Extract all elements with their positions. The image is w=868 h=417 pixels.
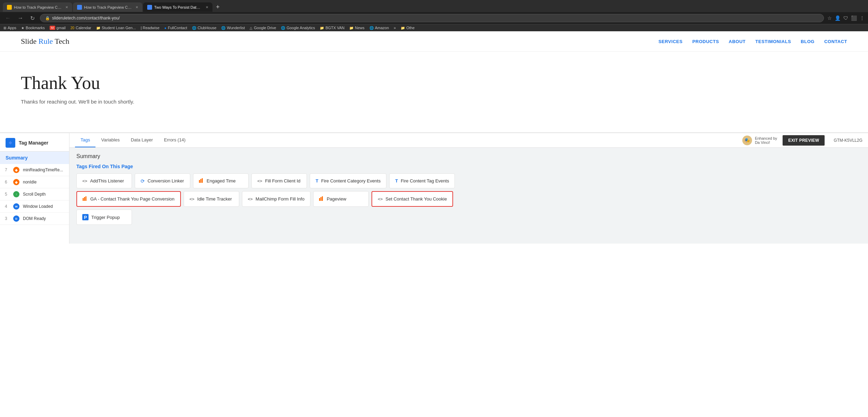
bookmark-apps-label: Apps bbox=[8, 26, 16, 30]
tab-1-close[interactable]: × bbox=[65, 5, 68, 10]
sidebar-event-7[interactable]: 7 ◆ minReadingTimeRe... bbox=[0, 164, 69, 176]
tag-ga-contact[interactable]: GA - Contact Thank You Page Conversion bbox=[76, 191, 181, 207]
bookmark-apps[interactable]: ⊞ Apps bbox=[3, 26, 16, 30]
bookmark-google-analytics[interactable]: 🌐 Google Analytics bbox=[281, 26, 315, 30]
tab-1[interactable]: How to Track Pageview Conve... × bbox=[3, 2, 72, 12]
bookmark-amazon-label: Amazon bbox=[375, 26, 389, 30]
event-5-num: 5 bbox=[5, 192, 10, 197]
browser-chrome: How to Track Pageview Conve... × How to … bbox=[0, 0, 868, 31]
svg-rect-4 bbox=[202, 178, 203, 183]
nav-about[interactable]: ABOUT bbox=[729, 39, 746, 44]
nav-contact[interactable]: CONTACT bbox=[824, 39, 847, 44]
bookmark-google-drive[interactable]: △ Google Drive bbox=[250, 26, 276, 30]
news-icon: 📁 bbox=[349, 26, 353, 30]
tab-bar: How to Track Pageview Conve... × How to … bbox=[0, 0, 868, 12]
url-bar[interactable]: 🔒 slideruletech.com/contact/thank-you/ bbox=[40, 14, 824, 22]
tag-fill-form[interactable]: <> Fill Form Client Id bbox=[251, 173, 307, 188]
tab-3-title: Two Ways To Persist Data Via C... bbox=[154, 5, 202, 9]
tag-set-contact-cookie[interactable]: <> Set Contact Thank You Cookie bbox=[372, 191, 453, 207]
star-bookmark-icon: ★ bbox=[21, 26, 24, 30]
tab-tags[interactable]: Tags bbox=[75, 133, 95, 147]
fill-form-name: Fill Form Client Id bbox=[265, 178, 300, 183]
bookmark-clubhouse-label: ClubHouse bbox=[198, 26, 216, 30]
menu-icon[interactable]: ⋮ bbox=[860, 15, 865, 21]
tab-variables[interactable]: Variables bbox=[95, 133, 125, 147]
bookmarks-bar: ⊞ Apps ★ Bookmarks M gmail 20 Calendar 📁… bbox=[0, 24, 868, 31]
bookmark-other[interactable]: 📁 Othe bbox=[401, 26, 415, 30]
star-icon[interactable]: ☆ bbox=[827, 15, 832, 21]
bookmark-bookmarks-label: Bookmarks bbox=[26, 26, 45, 30]
bookmark-student-loan[interactable]: 📁 Student Loan Gen... bbox=[96, 26, 136, 30]
nav-blog[interactable]: BLOG bbox=[801, 39, 815, 44]
nav-services[interactable]: SERVICES bbox=[658, 39, 683, 44]
address-bar: ← → ↻ 🔒 slideruletech.com/contact/thank-… bbox=[0, 12, 868, 24]
reload-button[interactable]: ↻ bbox=[28, 14, 36, 22]
tab-3-close[interactable]: × bbox=[206, 5, 208, 10]
tab-data-layer[interactable]: Data Layer bbox=[125, 133, 159, 147]
bookmark-fullcontact-label: FullContact bbox=[168, 26, 187, 30]
exit-preview-button[interactable]: EXIT PREVIEW bbox=[783, 135, 825, 146]
calendar-icon: 20 bbox=[70, 26, 74, 30]
tag-conversion-linker[interactable]: ⟳ Conversion Linker bbox=[135, 173, 190, 188]
bookmark-more[interactable]: » bbox=[394, 26, 396, 30]
gtm-id: GTM-K5VLL2G bbox=[834, 138, 862, 143]
svg-rect-8 bbox=[319, 198, 320, 201]
tab-2-close[interactable]: × bbox=[135, 5, 138, 10]
tag-fire-content-tag[interactable]: T Fire Content Tag Events bbox=[389, 173, 455, 188]
ga-contact-icon bbox=[83, 196, 87, 202]
bookmark-news[interactable]: 📁 News bbox=[349, 26, 365, 30]
gtm-content: Summary Tags Fired On This Page <> AddTh… bbox=[69, 148, 868, 233]
bookmark-bookmarks[interactable]: ★ Bookmarks bbox=[21, 26, 45, 30]
site-navigation: Slide Rule Tech SERVICES PRODUCTS ABOUT … bbox=[0, 31, 868, 52]
addthis-icon: <> bbox=[82, 179, 87, 183]
new-tab-button[interactable]: + bbox=[213, 2, 223, 12]
tag-mailchimp[interactable]: <> MailChimp Form Fill Info bbox=[242, 191, 310, 207]
tag-addthis[interactable]: <> AddThis Listener bbox=[76, 173, 132, 188]
sidebar-event-5[interactable]: 5 ↑ Scroll Depth bbox=[0, 188, 69, 201]
event-5-label: Scroll Depth bbox=[23, 192, 45, 197]
svg-rect-10 bbox=[322, 196, 323, 201]
sidebar-event-6[interactable]: 6 ◆ nonIdle bbox=[0, 176, 69, 188]
tags-fired-label: Tags Fired On This Page bbox=[76, 164, 861, 169]
tab-errors[interactable]: Errors (14) bbox=[158, 133, 191, 147]
extensions-icon[interactable]: ⬛ bbox=[851, 15, 857, 21]
bookmark-fullcontact[interactable]: ● FullContact bbox=[164, 26, 187, 30]
bookmark-wunderlist[interactable]: 🌐 Wunderlist bbox=[221, 26, 245, 30]
account-icon[interactable]: 👤 bbox=[835, 15, 841, 21]
gmail-icon: M bbox=[50, 26, 55, 30]
bar-chart-icon-2 bbox=[83, 196, 87, 201]
bookmark-clubhouse[interactable]: 🌐 ClubHouse bbox=[192, 26, 216, 30]
fill-form-icon: <> bbox=[257, 179, 262, 183]
gtm-panel: Tag Manager Summary 7 ◆ minReadingTimeRe… bbox=[0, 132, 868, 244]
sidebar-summary[interactable]: Summary bbox=[0, 152, 69, 164]
shield-icon[interactable]: 🛡 bbox=[843, 15, 848, 21]
tab-2[interactable]: How to Track Pageview Conve... × bbox=[73, 2, 142, 12]
fullcontact-icon: ● bbox=[164, 26, 166, 30]
nav-products[interactable]: PRODUCTS bbox=[692, 39, 719, 44]
tag-fire-content-cat[interactable]: T Fire Content Category Events bbox=[310, 173, 386, 188]
site-logo: Slide Rule Tech bbox=[21, 37, 69, 46]
back-button[interactable]: ← bbox=[3, 14, 12, 22]
gtm-main: Tags Variables Data Layer Errors (14) 🎭 … bbox=[69, 133, 868, 244]
tag-idle-time[interactable]: <> Idle Time Tracker bbox=[184, 191, 239, 207]
event-6-num: 6 bbox=[5, 180, 10, 185]
tag-trigger-popup[interactable]: P Trigger Popup bbox=[76, 210, 132, 225]
bookmark-calendar[interactable]: 20 Calendar bbox=[70, 26, 91, 30]
tag-engaged-time[interactable]: Engaged Time bbox=[193, 173, 249, 188]
bookmark-readwise[interactable]: | Readwise bbox=[141, 26, 159, 30]
bookmark-other-label: Othe bbox=[406, 26, 415, 30]
mailchimp-icon: <> bbox=[248, 197, 253, 202]
bookmark-gmail[interactable]: M gmail bbox=[50, 26, 66, 30]
forward-button[interactable]: → bbox=[16, 14, 25, 22]
bookmark-student-loan-label: Student Loan Gen... bbox=[102, 26, 136, 30]
nav-testimonials[interactable]: TESTIMONIALS bbox=[756, 39, 791, 44]
tab-3[interactable]: Two Ways To Persist Data Via C... × bbox=[143, 2, 212, 12]
bookmark-amazon[interactable]: 🌐 Amazon bbox=[369, 26, 389, 30]
bookmark-calendar-label: Calendar bbox=[76, 26, 91, 30]
sidebar-event-3[interactable]: 3 D DOM Ready bbox=[0, 213, 69, 225]
tag-pageview[interactable]: Pageview bbox=[313, 191, 369, 207]
bookmark-bgtx-van[interactable]: 📁 BGTX VAN bbox=[320, 26, 344, 30]
gtm-top-right: 🎭 Enhanced byDa Vinci! EXIT PREVIEW GTM-… bbox=[742, 135, 862, 146]
sidebar-event-4[interactable]: 4 W Window Loaded bbox=[0, 201, 69, 213]
fire-content-cat-name: Fire Content Category Events bbox=[321, 178, 381, 183]
